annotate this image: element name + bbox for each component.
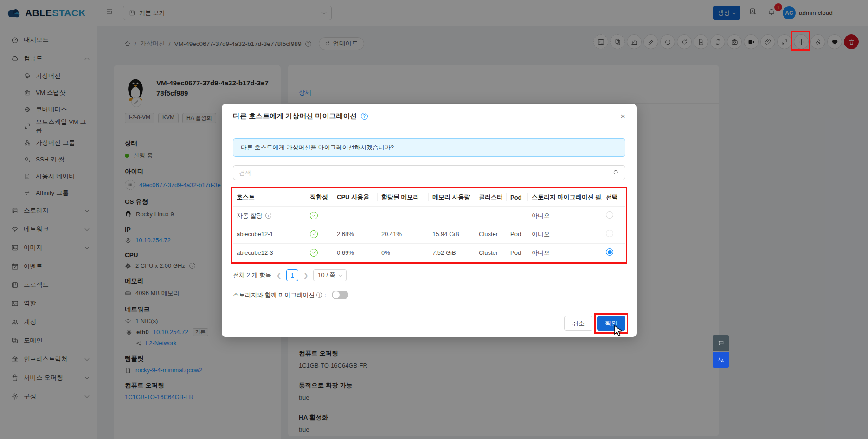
cell-mem: [429, 207, 475, 225]
pagination: 전체 2 개 항목 ❮ 1 ❯ 10 / 쪽: [233, 269, 625, 281]
host-name: ablecube12-1: [233, 225, 306, 244]
pagination-total: 전체 2 개 항목: [233, 271, 271, 279]
suitable-check-icon: [310, 230, 318, 238]
widget-translate-button[interactable]: [713, 352, 729, 368]
cell-pod: Pod: [507, 225, 528, 244]
cell-cpu: 0.69%: [333, 244, 378, 262]
host-radio-selected[interactable]: [606, 248, 613, 256]
host-table: 호스트 적합성 CPU 사용율 할당된 메모리 메모리 사용량 클러스터 Pod…: [233, 188, 625, 262]
toggle-label: 스토리지와 함께 마이그레이션: [233, 291, 315, 299]
col-suitability: 적합성: [306, 188, 333, 207]
chevron-down-icon: [339, 273, 342, 277]
host-table-wrap: 호스트 적합성 CPU 사용율 할당된 메모리 메모리 사용량 클러스터 Pod…: [233, 188, 625, 262]
col-cpu-used: CPU 사용율: [333, 188, 378, 207]
ok-button[interactable]: 확인: [597, 316, 625, 331]
page-size-value: 10 / 쪽: [318, 271, 335, 279]
col-memory-used: 메모리 사용량: [429, 188, 475, 207]
search-input[interactable]: [233, 165, 607, 180]
info-icon[interactable]: i: [265, 213, 271, 219]
search-icon: [613, 169, 619, 176]
host-name: ablecube12-3: [233, 244, 306, 262]
host-table-header: 호스트 적합성 CPU 사용율 할당된 메모리 메모리 사용량 클러스터 Pod…: [233, 188, 625, 207]
host-row-selected[interactable]: ablecube12-3 0.69% 0% 7.52 GiB Cluster P…: [233, 244, 625, 262]
cell-pod: [507, 207, 528, 225]
cell-cluster: [475, 207, 507, 225]
toggle-suffix: :: [324, 291, 326, 298]
suitable-check-icon: [310, 212, 318, 220]
confirm-alert: 다른 호스트에게 가상머신을 마이그레이션하시겠습니까?: [233, 138, 625, 157]
cell-cpu: [333, 207, 378, 225]
widget-message-button[interactable]: [713, 335, 729, 351]
info-icon[interactable]: i: [316, 292, 322, 298]
migrate-vm-modal: 다른 호스트에게 가상머신 마이그레이션 ? × 다른 호스트에게 가상머신을 …: [222, 104, 637, 337]
cell-allocated: [378, 207, 429, 225]
cell-storage: 아니오: [528, 207, 602, 225]
cell-cpu: 2.68%: [333, 225, 378, 244]
host-search: [233, 165, 625, 180]
col-memory-allocated: 할당된 메모리: [378, 188, 429, 207]
storage-migrate-toggle-row: 스토리지와 함께 마이그레이션 i :: [233, 291, 625, 299]
col-pod: Pod: [507, 188, 528, 207]
host-name: 자동 할당: [237, 212, 263, 220]
prev-page-icon[interactable]: ❮: [276, 272, 282, 279]
floating-widgets: [713, 335, 729, 368]
next-page-icon[interactable]: ❯: [303, 272, 309, 279]
cell-mem: 7.52 GiB: [429, 244, 475, 262]
cell-pod: Pod: [507, 244, 528, 262]
host-radio[interactable]: [606, 230, 613, 237]
host-row[interactable]: ablecube12-1 2.68% 20.41% 15.94 GiB Clus…: [233, 225, 625, 244]
modal-footer: 취소 확인: [222, 310, 637, 337]
cell-storage: 아니오: [528, 225, 602, 244]
cell-cluster: Cluster: [475, 244, 507, 262]
cell-cluster: Cluster: [475, 225, 507, 244]
col-host[interactable]: 호스트: [233, 188, 306, 207]
col-cluster: 클러스터: [475, 188, 507, 207]
cell-allocated: 20.41%: [378, 225, 429, 244]
col-storage-migration: 스토리지 마이그레이션 필요: [528, 188, 602, 207]
host-radio[interactable]: [606, 211, 613, 219]
col-select: 선택: [602, 188, 625, 207]
translate-icon: [718, 356, 724, 363]
page-size-select[interactable]: 10 / 쪽: [313, 269, 347, 281]
search-button[interactable]: [607, 165, 625, 180]
cell-allocated: 0%: [378, 244, 429, 262]
modal-title: 다른 호스트에게 가상머신 마이그레이션: [233, 112, 357, 121]
cell-storage: 아니오: [528, 244, 602, 262]
host-row-auto[interactable]: 자동 할당i 아니오: [233, 207, 625, 225]
cancel-button[interactable]: 취소: [564, 316, 592, 331]
message-icon: [718, 340, 724, 346]
suitable-check-icon: [310, 249, 318, 257]
current-page[interactable]: 1: [286, 269, 298, 281]
close-icon[interactable]: ×: [620, 112, 625, 121]
help-icon[interactable]: ?: [361, 113, 368, 120]
cell-mem: 15.94 GiB: [429, 225, 475, 244]
storage-migrate-toggle[interactable]: [332, 291, 348, 299]
